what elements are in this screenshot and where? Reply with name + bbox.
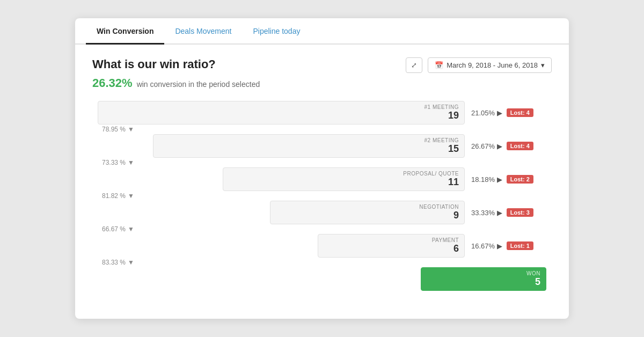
- conversion-pct-proposal: 18.18% ▶: [471, 175, 502, 184]
- bar-proposal[interactable]: PROPOSAL/ QUOTE11: [223, 167, 465, 191]
- date-range-label: March 9, 2018 - June 6, 2018: [447, 61, 538, 69]
- bar-wrapper-proposal: PROPOSAL/ QUOTE11: [98, 167, 465, 191]
- arrow-down-icon-proposal: ▼: [128, 192, 134, 200]
- right-info-proposal: 18.18% ▶Lost: 2: [471, 175, 546, 184]
- bar-label-meeting1: #1 MEETING: [425, 104, 459, 110]
- win-description: win conversion in the period selected: [137, 80, 260, 89]
- bar-value-meeting2: 15: [448, 143, 459, 155]
- tab-deals-movement[interactable]: Deals Movement: [164, 18, 242, 45]
- date-range-picker[interactable]: 📅 March 9, 2018 - June 6, 2018 ▾: [428, 57, 552, 73]
- lost-badge-proposal[interactable]: Lost: 2: [507, 175, 533, 184]
- expand-button[interactable]: ⤢: [406, 57, 422, 73]
- conversion-pct-payment: 16.67% ▶: [471, 242, 502, 250]
- right-info-negotiation: 33.33% ▶Lost: 3: [471, 208, 546, 217]
- bar-value-proposal: 11: [448, 177, 459, 188]
- bar-meeting2[interactable]: #2 MEETING15: [153, 134, 465, 158]
- win-percentage: 26.32%: [92, 76, 133, 90]
- tab-win-conversion[interactable]: Win Conversion: [86, 18, 164, 45]
- header-actions: ⤢ 📅 March 9, 2018 - June 6, 2018 ▾: [406, 57, 552, 73]
- right-info-meeting2: 26.67% ▶Lost: 4: [471, 142, 546, 150]
- funnel-row-payment: PAYMENT616.67% ▶Lost: 1: [98, 234, 546, 258]
- page-title: What is our win ratio?: [92, 57, 216, 71]
- bar-value-negotiation: 9: [453, 210, 459, 221]
- bar-meeting1[interactable]: #1 MEETING19: [98, 101, 465, 124]
- conversion-pct-negotiation: 33.33% ▶: [471, 209, 502, 217]
- right-info-payment: 16.67% ▶Lost: 1: [471, 241, 546, 250]
- tabs-container: Win Conversion Deals Movement Pipeline t…: [75, 18, 569, 45]
- transition-row-meeting2: 73.33 % ▼: [98, 158, 546, 167]
- bar-negotiation[interactable]: NEGOTIATION9: [270, 201, 465, 224]
- transition-pct-proposal: 81.82 %: [102, 192, 126, 200]
- lost-badge-meeting1[interactable]: Lost: 4: [507, 108, 533, 117]
- bar-wrapper-won: WON5: [98, 267, 546, 291]
- bar-label-proposal: PROPOSAL/ QUOTE: [403, 171, 459, 177]
- bar-value-won: 5: [535, 276, 540, 288]
- transition-pct-negotiation: 66.67 %: [102, 225, 126, 233]
- lost-badge-meeting2[interactable]: Lost: 4: [507, 142, 533, 150]
- bar-value-payment: 6: [453, 243, 459, 254]
- arrow-down-icon-meeting2: ▼: [128, 159, 134, 166]
- transition-row-negotiation: 66.67 % ▼: [98, 224, 546, 234]
- bar-label-meeting2: #2 MEETING: [425, 137, 459, 143]
- calendar-icon: 📅: [435, 61, 443, 69]
- bar-wrapper-negotiation: NEGOTIATION9: [98, 201, 465, 224]
- transition-row-proposal: 81.82 % ▼: [98, 191, 546, 201]
- tab-pipeline-today[interactable]: Pipeline today: [242, 18, 311, 45]
- arrow-down-icon-meeting1: ▼: [128, 126, 134, 133]
- bar-wrapper-payment: PAYMENT6: [98, 234, 465, 258]
- funnel-row-negotiation: NEGOTIATION933.33% ▶Lost: 3: [98, 201, 546, 224]
- right-info-meeting1: 21.05% ▶Lost: 4: [471, 108, 546, 117]
- lost-badge-payment[interactable]: Lost: 1: [507, 241, 533, 250]
- bar-payment[interactable]: PAYMENT6: [318, 234, 465, 258]
- lost-badge-negotiation[interactable]: Lost: 3: [507, 208, 533, 217]
- transition-pct-meeting2: 73.33 %: [102, 159, 126, 166]
- bar-label-payment: PAYMENT: [432, 237, 459, 243]
- arrow-down-icon-negotiation: ▼: [128, 225, 134, 233]
- bar-value-meeting1: 19: [448, 110, 459, 121]
- transition-row-meeting1: 78.95 % ▼: [98, 124, 546, 134]
- bar-wrapper-meeting1: #1 MEETING19: [98, 101, 465, 124]
- header-row: What is our win ratio? ⤢ 📅 March 9, 2018…: [92, 57, 552, 73]
- funnel-row-meeting1: #1 MEETING1921.05% ▶Lost: 4: [98, 101, 546, 124]
- arrow-down-icon-payment: ▼: [128, 259, 134, 266]
- funnel-row-won: WON5: [98, 267, 546, 291]
- bar-wrapper-meeting2: #2 MEETING15: [98, 134, 465, 158]
- chevron-down-icon: ▾: [541, 61, 545, 69]
- funnel-container: #1 MEETING1921.05% ▶Lost: 478.95 % ▼#2 M…: [92, 101, 552, 291]
- bar-won[interactable]: WON5: [421, 267, 546, 291]
- conversion-pct-meeting2: 26.67% ▶: [471, 142, 502, 150]
- bar-label-won: WON: [526, 270, 540, 276]
- main-card: Win Conversion Deals Movement Pipeline t…: [75, 18, 569, 319]
- conversion-pct-meeting1: 21.05% ▶: [471, 109, 502, 117]
- bar-label-negotiation: NEGOTIATION: [419, 204, 459, 210]
- funnel-row-proposal: PROPOSAL/ QUOTE1118.18% ▶Lost: 2: [98, 167, 546, 191]
- transition-pct-meeting1: 78.95 %: [102, 126, 126, 133]
- funnel-row-meeting2: #2 MEETING1526.67% ▶Lost: 4: [98, 134, 546, 158]
- transition-pct-payment: 83.33 %: [102, 259, 126, 266]
- win-ratio-row: 26.32% win conversion in the period sele…: [92, 76, 552, 90]
- transition-row-payment: 83.33 % ▼: [98, 258, 546, 267]
- content-area: What is our win ratio? ⤢ 📅 March 9, 2018…: [75, 45, 569, 304]
